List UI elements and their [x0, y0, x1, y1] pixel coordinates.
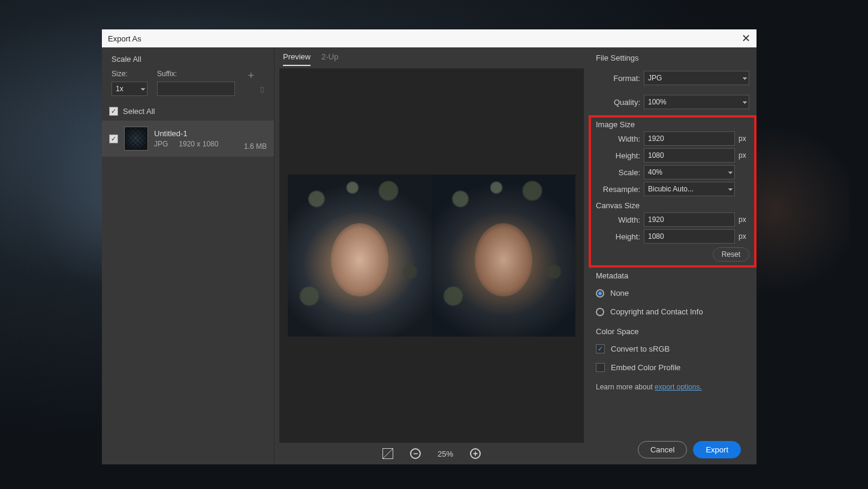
highlighted-size-region: Image Size Width: px Height: px Scale: 4…: [590, 116, 755, 266]
metadata-none-radio[interactable]: [596, 289, 604, 298]
canvas-height-input[interactable]: [644, 229, 735, 244]
metadata-copyright-label: Copyright and Contact Info: [610, 307, 703, 316]
format-select[interactable]: JPG: [644, 71, 749, 85]
scale-select[interactable]: 40%: [644, 165, 735, 179]
scale-all-heading: Scale All: [102, 47, 274, 70]
select-all-label: Select All: [123, 107, 155, 116]
quality-label: Quality:: [596, 98, 640, 107]
embed-profile-label: Embed Color Profile: [611, 363, 680, 372]
dialog-titlebar: Export As ✕: [102, 29, 757, 47]
metadata-none-label: None: [610, 289, 629, 298]
file-dimensions: 1920 x 1080: [179, 140, 218, 148]
preview-tabs: Preview 2-Up: [279, 47, 584, 66]
suffix-label: Suffix:: [157, 70, 235, 78]
file-checkbox[interactable]: ✓: [109, 134, 118, 143]
is-width-label: Width:: [596, 134, 640, 143]
file-format: JPG: [154, 140, 168, 148]
convert-srgb-checkbox[interactable]: ✓: [596, 344, 605, 353]
dialog-footer: Cancel Export: [596, 435, 749, 458]
dialog-title: Export As: [108, 34, 141, 43]
image-size-heading: Image Size: [596, 120, 749, 129]
color-space-heading: Color Space: [596, 327, 749, 336]
convert-srgb-label: Convert to sRGB: [611, 344, 670, 353]
contrast-toggle-icon[interactable]: [382, 448, 393, 459]
preview-area[interactable]: [279, 68, 584, 443]
px-unit: px: [739, 232, 749, 241]
zoom-out-icon[interactable]: −: [410, 448, 421, 459]
zoom-bar: − 25% +: [279, 443, 584, 464]
size-label: Size:: [111, 70, 147, 78]
export-options-link[interactable]: export options.: [655, 383, 702, 391]
cancel-button[interactable]: Cancel: [638, 441, 687, 458]
canvas-width-input[interactable]: [644, 212, 735, 227]
format-label: Format:: [596, 74, 640, 83]
file-size: 1.6 MB: [244, 142, 267, 151]
canvas-size-heading: Canvas Size: [596, 201, 749, 210]
zoom-in-icon[interactable]: +: [470, 448, 481, 459]
px-unit: px: [739, 134, 749, 143]
preview-image: [288, 175, 575, 337]
file-list-item[interactable]: ✓ Untitled-1 JPG 1920 x 1080 1.6 MB: [102, 121, 274, 157]
left-panel: Scale All Size: 1x Suffix: + ▯ ✓ Select: [102, 47, 275, 464]
image-width-input[interactable]: [644, 131, 735, 146]
image-height-input[interactable]: [644, 148, 735, 163]
close-icon[interactable]: ✕: [742, 32, 751, 45]
suffix-input[interactable]: [157, 82, 235, 96]
tab-preview[interactable]: Preview: [283, 52, 311, 66]
resample-select[interactable]: Bicubic Auto...: [644, 182, 735, 196]
add-icon[interactable]: +: [248, 70, 254, 82]
is-height-label: Height:: [596, 151, 640, 160]
file-meta: Untitled-1 JPG 1920 x 1080: [154, 129, 238, 148]
scale-row: Size: 1x Suffix: + ▯: [102, 70, 274, 102]
dialog-body: Scale All Size: 1x Suffix: + ▯ ✓ Select: [102, 47, 757, 464]
file-thumbnail: [124, 127, 148, 151]
metadata-heading: Metadata: [596, 271, 749, 280]
zoom-level: 25%: [438, 449, 453, 458]
quality-select[interactable]: 100%: [644, 95, 749, 109]
cs-height-label: Height:: [596, 232, 640, 241]
file-settings-heading: File Settings: [596, 53, 749, 62]
size-select[interactable]: 1x: [111, 82, 147, 96]
file-name: Untitled-1: [154, 129, 238, 138]
px-unit: px: [739, 151, 749, 160]
reset-button[interactable]: Reset: [713, 247, 749, 262]
learn-more-text: Learn more about export options.: [596, 383, 749, 391]
select-all-checkbox[interactable]: ✓: [109, 107, 118, 116]
metadata-copyright-radio[interactable]: [596, 308, 604, 316]
export-button[interactable]: Export: [693, 441, 741, 458]
tab-2up[interactable]: 2-Up: [321, 52, 338, 66]
trash-icon[interactable]: ▯: [260, 85, 264, 94]
px-unit: px: [739, 215, 749, 224]
cs-width-label: Width:: [596, 215, 640, 224]
scale-label: Scale:: [596, 168, 640, 177]
right-panel: File Settings Format: JPG Quality: 100% …: [589, 47, 757, 464]
embed-profile-checkbox[interactable]: [596, 363, 605, 372]
export-as-dialog: Export As ✕ Scale All Size: 1x Suffix: +…: [102, 29, 757, 464]
resample-label: Resample:: [596, 185, 640, 194]
select-all-row: ✓ Select All: [102, 102, 274, 121]
center-panel: Preview 2-Up − 25% +: [275, 47, 589, 464]
